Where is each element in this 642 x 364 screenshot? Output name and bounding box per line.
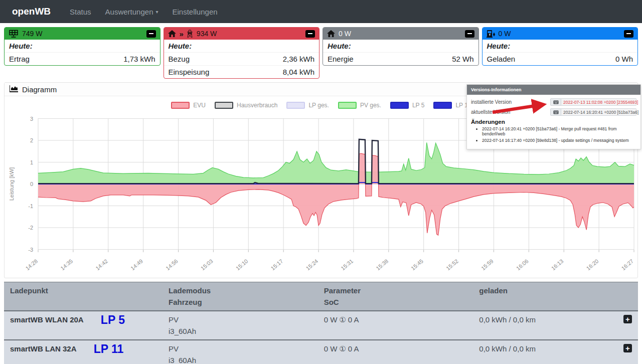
installed-version-row: installierte Version 2022-07-13 11:02:08… xyxy=(471,98,636,106)
legend-item-lp-5[interactable]: LP 5 xyxy=(390,102,424,109)
fahrzeug-value: i3_60Ah xyxy=(169,354,312,364)
svg-text:16:27: 16:27 xyxy=(620,258,634,271)
nav-item-status[interactable]: Status xyxy=(70,8,91,16)
legend-item-hausverbrauch[interactable]: Hausverbrauch xyxy=(215,102,277,109)
legend-swatch xyxy=(433,102,452,109)
legend-item-lp-11[interactable]: LP 11 xyxy=(433,102,470,109)
row-label: Bezug xyxy=(169,54,190,64)
collapse-icon[interactable] xyxy=(305,30,315,38)
svg-text:15:03: 15:03 xyxy=(200,258,214,271)
row-label: Ertrag xyxy=(9,54,30,64)
changes-title: Änderungen xyxy=(471,119,636,125)
svg-text:16:13: 16:13 xyxy=(550,258,565,271)
svg-text:16:20: 16:20 xyxy=(585,258,600,271)
svg-text:14:42: 14:42 xyxy=(94,258,109,271)
svg-text:Leistung [kW]: Leistung [kW] xyxy=(9,167,15,201)
card-value-row: Energie 52 Wh xyxy=(323,52,478,65)
changes-list: 2022-07-14 16:20:41 +0200 [51ba73a6] - M… xyxy=(471,126,636,143)
row-value: 1,73 kWh xyxy=(123,54,155,64)
svg-text:14:49: 14:49 xyxy=(129,258,144,271)
evu-card-header: » 934 W xyxy=(164,28,319,40)
lp5-annotation: LP 5 xyxy=(101,313,125,326)
area-chart-icon xyxy=(10,85,18,94)
card-value-row: Bezug 2,36 kWh xyxy=(164,52,319,65)
card-value-row: Geladen 0 Wh xyxy=(483,52,638,65)
collapse-icon[interactable] xyxy=(146,30,156,38)
phase-icon: ① xyxy=(339,344,346,353)
lp11-annotation: LP 11 xyxy=(94,342,124,355)
house-icon xyxy=(168,30,176,37)
brand-logo[interactable]: openWB xyxy=(12,6,51,17)
svg-text:15:59: 15:59 xyxy=(480,258,495,271)
house-icon xyxy=(327,30,335,37)
solar-panel-icon xyxy=(9,30,19,38)
row-label: Einspeisung xyxy=(169,67,210,77)
row-value: 0 Wh xyxy=(615,54,633,64)
heute-label: Heute: xyxy=(5,40,160,52)
status-cards-row: 749 W Heute: Ertrag 1,73 kWh » 934 W Heu… xyxy=(4,27,638,79)
svg-text:2: 2 xyxy=(30,137,33,143)
house-card: 0 W Heute: Energie 52 Wh xyxy=(323,27,479,66)
chargepoint-power-value: 0 W xyxy=(499,30,511,38)
nav-item-label: Einstellungen xyxy=(173,8,218,16)
svg-text:15:38: 15:38 xyxy=(375,258,389,271)
row-value: 2,36 kWh xyxy=(283,54,314,64)
svg-text:-2: -2 xyxy=(28,225,33,231)
card-value-row: Ertrag 1,73 kWh xyxy=(5,52,160,65)
svg-text:15:17: 15:17 xyxy=(270,258,284,271)
col-ladepunkt: Ladepunkt xyxy=(4,282,163,311)
row-label: Energie xyxy=(328,54,354,64)
heute-label: Heute: xyxy=(164,40,319,52)
nav-item-einstellungen[interactable]: Einstellungen xyxy=(173,8,218,16)
evu-power-value: 934 W xyxy=(197,30,217,38)
col-parameter: ParameterSoC xyxy=(318,282,473,311)
chargepoint-card: 0 W Heute: Geladen 0 Wh xyxy=(482,27,638,66)
chargepoint-card-header: 0 W xyxy=(483,28,638,40)
svg-text:-3: -3 xyxy=(28,247,33,253)
expand-plus-button[interactable]: + xyxy=(623,315,632,323)
versions-popup: Versions-Informationen installierte Vers… xyxy=(466,84,641,149)
nav-item-auswertungen[interactable]: Auswertungen ▾ xyxy=(105,8,158,16)
chevron-down-icon: ▾ xyxy=(155,9,158,15)
latest-version-value: 2022-07-14 16:20:41 +0200 [51ba73a6] xyxy=(561,108,636,116)
legend-swatch xyxy=(390,102,409,109)
nav-item-label: Auswertungen xyxy=(105,8,153,16)
legend-swatch xyxy=(215,102,233,109)
col-actions xyxy=(617,282,638,311)
geladen-value: 0,0 kWh / 0,0 km xyxy=(479,343,611,354)
top-navbar: openWB Status Auswertungen ▾ Einstellung… xyxy=(0,0,642,23)
heute-label: Heute: xyxy=(483,40,638,52)
svg-text:15:24: 15:24 xyxy=(305,258,319,271)
svg-text:14:35: 14:35 xyxy=(59,258,74,271)
pv-power-value: 749 W xyxy=(22,30,42,38)
legend-label: LP ges. xyxy=(308,102,329,109)
installed-version-label: installierte Version xyxy=(471,99,550,105)
legend-swatch xyxy=(171,102,190,109)
legend-label: LP 5 xyxy=(412,102,424,109)
commit-icon xyxy=(550,108,561,116)
house-power-value: 0 W xyxy=(339,30,351,38)
legend-label: Hausverbrauch xyxy=(237,102,277,109)
legend-item-pv-ges-[interactable]: PV ges. xyxy=(338,102,381,109)
geladen-value: 0,0 kWh / 0,0 km xyxy=(479,314,611,325)
legend-item-lp-ges-[interactable]: LP ges. xyxy=(286,102,329,109)
svg-text:0: 0 xyxy=(30,181,33,187)
evu-card: » 934 W Heute: Bezug 2,36 kWh Einspeisun… xyxy=(164,27,320,79)
svg-text:15:31: 15:31 xyxy=(340,258,354,271)
installed-version-value: 2022-07-13 11:02:08 +0200 [23554693] xyxy=(561,98,636,106)
svg-text:15:52: 15:52 xyxy=(445,258,459,271)
svg-text:1: 1 xyxy=(30,159,33,165)
svg-text:15:10: 15:10 xyxy=(235,258,249,271)
house-card-header: 0 W xyxy=(323,28,478,40)
legend-item-evu[interactable]: EVU xyxy=(171,102,206,109)
expand-plus-button[interactable]: + xyxy=(623,344,632,352)
card-value-row: Einspeisung 8,04 kWh xyxy=(164,65,319,78)
collapse-icon[interactable] xyxy=(624,30,633,38)
pv-card: 749 W Heute: Ertrag 1,73 kWh xyxy=(4,27,160,66)
lademodus-value: PV xyxy=(169,343,312,354)
parameter-value: 0 W①0 A xyxy=(324,314,467,325)
power-tower-icon xyxy=(187,30,193,38)
collapse-icon[interactable] xyxy=(465,30,474,38)
table-row-lp5: smartWB WLAN 20A LP 5 PV i3_60Ah 0 W①0 A… xyxy=(4,311,638,340)
svg-text:14:28: 14:28 xyxy=(24,258,39,271)
